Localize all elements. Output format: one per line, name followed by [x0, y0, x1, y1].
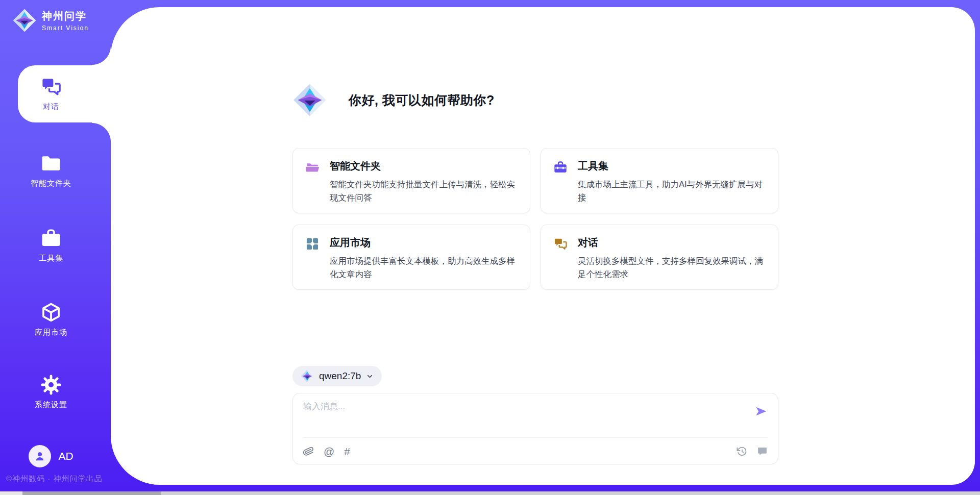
card-smart-folder[interactable]: 智能文件夹 智能文件夹功能支持批量文件上传与清洗，轻松实现文件问答 — [292, 148, 530, 213]
user-initials: AD — [58, 450, 73, 462]
folder-icon — [40, 153, 62, 174]
briefcase-icon — [553, 160, 568, 175]
history-icon — [737, 446, 747, 457]
briefcase-icon — [40, 228, 62, 249]
card-description: 集成市场上主流工具，助力AI与外界无缝扩展与对接 — [578, 178, 766, 205]
model-selector[interactable]: qwen2:7b — [292, 366, 382, 386]
greeting-block: 你好, 我可以如何帮助你? — [292, 83, 778, 117]
chevron-down-icon — [366, 373, 374, 380]
grid-icon — [305, 237, 320, 251]
brand-name: 神州问学 — [42, 9, 89, 23]
mention-button[interactable]: @ — [324, 446, 334, 457]
folder-open-icon — [305, 160, 320, 175]
feature-cards: 智能文件夹 智能文件夹功能支持批量文件上传与清洗，轻松实现文件问答 工具集 集成… — [292, 148, 778, 290]
main-panel: 你好, 我可以如何帮助你? 智能文件夹 智能文件夹功能支持批量文件上传与清洗，轻… — [111, 7, 975, 485]
send-icon — [754, 405, 768, 418]
brand-diamond-icon — [12, 8, 37, 33]
card-description: 应用市场提供丰富长文本模板，助力高效生成多样化文章内容 — [330, 254, 518, 281]
copyright-footer: ©神州数码 · 神州问学出品 — [6, 474, 102, 484]
scrollbar-left-cap — [0, 491, 22, 495]
model-name: qwen2:7b — [319, 370, 361, 382]
cube-icon — [40, 302, 62, 323]
chat-bubbles-icon — [40, 76, 62, 97]
sidebar-item-label: 工具集 — [39, 254, 63, 263]
send-button[interactable] — [754, 405, 768, 418]
sidebar-item-toolset[interactable]: 工具集 — [0, 228, 102, 263]
sidebar-item-label: 系统设置 — [35, 400, 67, 410]
chat-bubbles-icon — [553, 237, 568, 251]
sidebar-item-smart-folder[interactable]: 智能文件夹 — [0, 153, 102, 188]
card-title: 应用市场 — [330, 236, 518, 250]
card-toolset[interactable]: 工具集 集成市场上主流工具，助力AI与外界无缝扩展与对接 — [541, 148, 778, 213]
card-chat[interactable]: 对话 灵活切换多模型文件，支持多样回复效果调试，满足个性化需求 — [541, 225, 778, 290]
sidebar: 神州问学 Smart Vision 对话 智能文件夹 工具集 应用市场 — [0, 0, 111, 495]
card-title: 对话 — [578, 236, 766, 250]
sidebar-item-settings[interactable]: 系统设置 — [0, 374, 102, 410]
sidebar-item-label: 智能文件夹 — [31, 179, 71, 188]
sidebar-item-label: 对话 — [43, 102, 59, 112]
topic-button[interactable]: # — [344, 446, 350, 457]
chat-bubble-icon — [757, 446, 768, 457]
sidebar-item-label: 应用市场 — [35, 328, 67, 337]
app-root: { "brand": { "name": "神州问学", "subtitle":… — [0, 0, 980, 495]
avatar — [29, 445, 51, 467]
horizontal-scrollbar — [0, 491, 980, 495]
attach-file-button[interactable] — [303, 446, 314, 457]
brand-logo: 神州问学 Smart Vision — [12, 8, 89, 33]
person-icon — [33, 450, 46, 463]
hash-icon: # — [344, 446, 350, 457]
message-composer: @ # — [292, 393, 778, 464]
new-chat-button[interactable] — [757, 446, 768, 457]
assistant-logo-icon — [292, 83, 327, 117]
sidebar-item-app-market[interactable]: 应用市场 — [0, 302, 102, 337]
at-icon: @ — [324, 446, 334, 457]
card-description: 灵活切换多模型文件，支持多样回复效果调试，满足个性化需求 — [578, 254, 766, 281]
greeting-title: 你好, 我可以如何帮助你? — [349, 92, 495, 109]
message-input[interactable] — [303, 401, 742, 432]
brand-subtitle: Smart Vision — [42, 24, 89, 32]
composer-divider — [303, 437, 768, 438]
card-description: 智能文件夹功能支持批量文件上传与清洗，轻松实现文件问答 — [330, 178, 518, 205]
sidebar-item-chat[interactable]: 对话 — [0, 76, 102, 112]
composer-toolbar: @ # — [303, 443, 768, 459]
user-profile[interactable]: AD — [0, 445, 102, 467]
model-logo-icon — [301, 369, 314, 383]
card-title: 工具集 — [578, 159, 766, 173]
history-button[interactable] — [737, 446, 747, 457]
card-app-market[interactable]: 应用市场 应用市场提供丰富长文本模板，助力高效生成多样化文章内容 — [292, 225, 530, 290]
paperclip-icon — [303, 446, 314, 457]
card-title: 智能文件夹 — [330, 159, 518, 173]
gear-icon — [40, 374, 62, 395]
scrollbar-thumb[interactable] — [22, 491, 161, 495]
